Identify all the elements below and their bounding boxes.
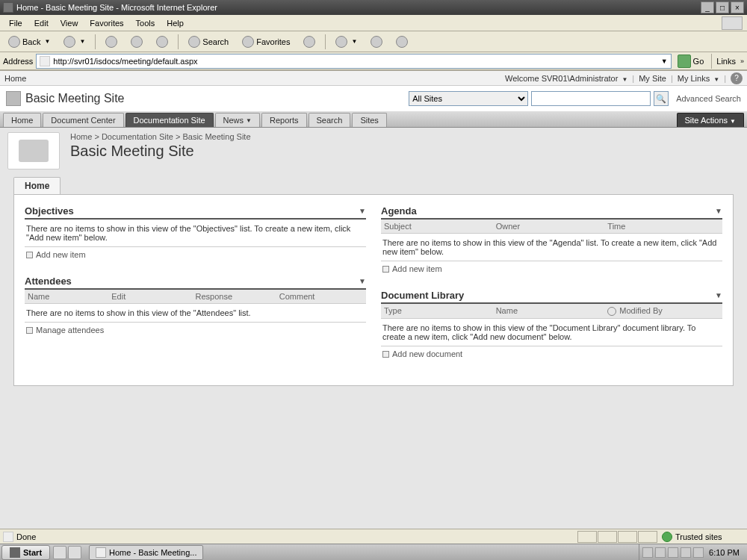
back-label: Back	[22, 37, 40, 46]
minimize-button[interactable]: _	[701, 1, 714, 13]
magnifier-icon: 🔍	[656, 94, 666, 104]
col-edit[interactable]: Edit	[111, 292, 195, 301]
menu-bar: File Edit View Favorites Tools Help	[0, 15, 747, 31]
history-button[interactable]	[298, 34, 320, 50]
star-icon	[242, 36, 254, 48]
quicklaunch-icon[interactable]	[68, 546, 81, 559]
tab-news[interactable]: News▼	[215, 113, 260, 127]
menu-favorites[interactable]: Favorites	[84, 17, 129, 29]
crumb-docsite[interactable]: Documentation Site	[102, 132, 173, 141]
refresh-button[interactable]	[125, 34, 148, 50]
search-go-button[interactable]: 🔍	[654, 91, 669, 106]
col-comment[interactable]: Comment	[279, 292, 363, 301]
crumb-bms[interactable]: Basic Meeting Site	[182, 132, 250, 141]
forward-button[interactable]: ▼	[58, 34, 90, 50]
attendees-columns: Name Edit Response Comment	[25, 290, 366, 304]
tab-reports[interactable]: Reports	[261, 113, 307, 127]
status-page-icon	[3, 532, 13, 542]
tab-documentation-site[interactable]: Documentation Site	[125, 113, 214, 127]
url-text: http://svr01/isdocs/meeting/default.aspx	[53, 57, 197, 66]
crumb-home[interactable]: Home	[70, 132, 92, 141]
menu-tools[interactable]: Tools	[130, 17, 161, 29]
sp-global-bar: Home Welcome SVR01\Administrator ▼ | My …	[0, 71, 747, 86]
url-input[interactable]: http://svr01/isdocs/meeting/default.aspx…	[36, 54, 671, 69]
mail-button[interactable]: ▼	[330, 34, 362, 50]
back-button[interactable]: Back▼	[3, 34, 55, 50]
search-scope-select[interactable]: All Sites	[409, 91, 528, 106]
webpart-panel: Objectives▼ There are no items to show i…	[13, 194, 734, 386]
sp-top-nav: Home Document Center Documentation Site …	[0, 111, 747, 128]
add-icon	[382, 266, 389, 273]
task-ie[interactable]: Home - Basic Meeting...	[89, 545, 203, 560]
search-button[interactable]: Search	[183, 34, 234, 50]
col-time[interactable]: Time	[607, 222, 719, 231]
col-response[interactable]: Response	[196, 292, 279, 301]
tray-icon[interactable]	[693, 547, 704, 558]
tab-document-center[interactable]: Document Center	[43, 113, 123, 127]
doclib-menu-icon[interactable]: ▼	[715, 291, 722, 299]
help-icon[interactable]: ?	[731, 72, 743, 84]
advanced-search-link[interactable]: Advanced Search	[676, 94, 741, 103]
agenda-empty-text: There are no items to show in this view …	[381, 234, 722, 261]
col-type[interactable]: Type	[384, 306, 496, 316]
manage-attendees-link[interactable]: Manage attendees	[25, 322, 366, 337]
tray-icon[interactable]	[681, 547, 691, 558]
go-button[interactable]: Go	[675, 55, 707, 68]
add-icon	[382, 351, 389, 358]
objectives-add-link[interactable]: Add new item	[25, 246, 366, 262]
attendees-title: Attendees	[25, 276, 72, 287]
stop-button[interactable]	[100, 34, 123, 50]
menu-view[interactable]: View	[55, 17, 84, 29]
site-logo-icon	[6, 91, 21, 106]
favorites-button[interactable]: Favorites	[237, 34, 295, 50]
col-subject[interactable]: Subject	[384, 222, 496, 231]
tab-sites[interactable]: Sites	[352, 113, 386, 127]
ie-window: Home - Basic Meeting Site - Microsoft In…	[0, 0, 747, 544]
agenda-menu-icon[interactable]: ▼	[715, 207, 722, 215]
clock[interactable]: 6:10 PM	[706, 548, 743, 557]
tray-icon[interactable]	[655, 547, 666, 558]
url-dropdown-icon[interactable]: ▼	[661, 57, 668, 65]
links-label[interactable]: Links	[716, 57, 736, 66]
restore-button[interactable]: □	[716, 1, 729, 13]
home-button[interactable]	[151, 34, 173, 50]
agenda-add-link[interactable]: Add new item	[381, 261, 722, 276]
menu-edit[interactable]: Edit	[28, 17, 55, 29]
status-cell	[598, 531, 617, 543]
status-text: Done	[16, 532, 36, 541]
col-name[interactable]: Name	[28, 292, 111, 301]
start-button[interactable]: Start	[1, 545, 50, 560]
tray-icon[interactable]	[642, 547, 653, 558]
tray-icon[interactable]	[668, 547, 678, 558]
sp-body: Home > Documentation Site > Basic Meetin…	[0, 128, 747, 529]
left-column: Objectives▼ There are no items to show i…	[25, 205, 366, 375]
objectives-empty-text: There are no items to show in this view …	[25, 220, 366, 246]
window-title: Home - Basic Meeting Site - Microsoft In…	[16, 3, 217, 12]
doclib-title: Document Library	[381, 290, 464, 301]
menu-file[interactable]: File	[3, 17, 28, 29]
titlebar: Home - Basic Meeting Site - Microsoft In…	[0, 0, 747, 15]
mysite-link[interactable]: My Site	[639, 74, 666, 83]
tab-search[interactable]: Search	[309, 113, 351, 127]
doclib-add-link[interactable]: Add new document	[381, 346, 722, 361]
tab-home[interactable]: Home	[3, 113, 41, 127]
col-docname[interactable]: Name	[496, 306, 608, 316]
subtab-home[interactable]: Home	[13, 177, 61, 194]
sp-home-link[interactable]: Home	[4, 74, 26, 83]
security-zone[interactable]: Trusted sites	[662, 532, 744, 542]
site-actions-menu[interactable]: Site Actions ▼	[677, 113, 744, 127]
attendees-menu-icon[interactable]: ▼	[359, 277, 366, 285]
col-modifiedby[interactable]: Modified By	[607, 306, 719, 316]
menu-help[interactable]: Help	[161, 17, 190, 29]
quicklaunch-icon[interactable]	[53, 546, 66, 559]
welcome-user[interactable]: Welcome SVR01\Administrator ▼	[505, 74, 627, 83]
go-icon	[678, 55, 691, 68]
col-owner[interactable]: Owner	[496, 222, 608, 231]
close-button[interactable]: ×	[731, 1, 744, 13]
links-chevron-icon[interactable]: »	[740, 57, 744, 65]
search-input[interactable]	[531, 91, 651, 106]
edit-button[interactable]	[391, 34, 413, 50]
mylinks-link[interactable]: My Links ▼	[678, 74, 719, 83]
print-button[interactable]	[365, 34, 388, 50]
objectives-menu-icon[interactable]: ▼	[359, 207, 366, 215]
